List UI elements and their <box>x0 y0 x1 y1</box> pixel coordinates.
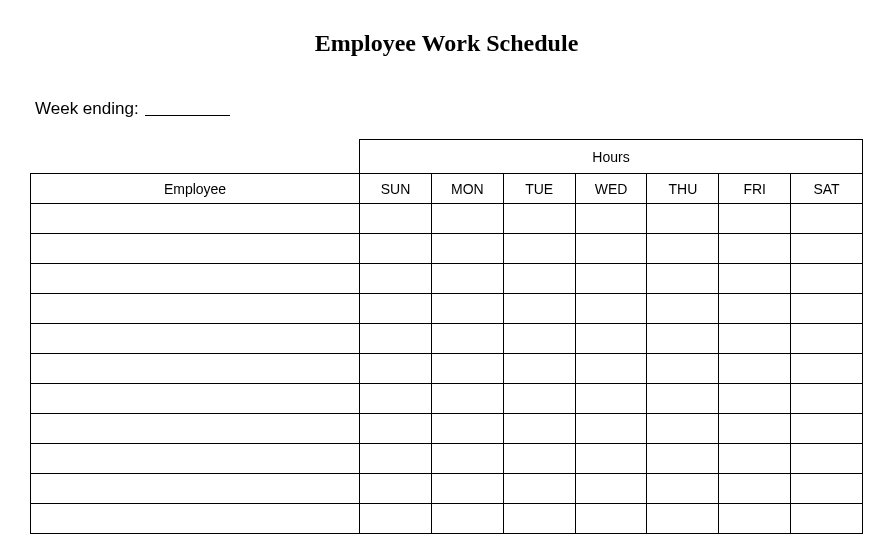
hours-cell[interactable] <box>503 384 575 414</box>
hours-cell[interactable] <box>575 324 647 354</box>
hours-cell[interactable] <box>503 234 575 264</box>
schedule-table: Hours Employee SUN MON TUE WED THU FRI S… <box>30 139 863 534</box>
table-row <box>31 204 863 234</box>
employee-cell[interactable] <box>31 504 360 534</box>
hours-cell[interactable] <box>360 384 432 414</box>
hours-cell[interactable] <box>431 354 503 384</box>
hours-cell[interactable] <box>791 444 863 474</box>
hours-cell[interactable] <box>431 204 503 234</box>
hours-cell[interactable] <box>431 444 503 474</box>
hours-cell[interactable] <box>503 354 575 384</box>
hours-cell[interactable] <box>647 414 719 444</box>
hours-cell[interactable] <box>575 444 647 474</box>
hours-cell[interactable] <box>791 384 863 414</box>
day-header-sun: SUN <box>360 174 432 204</box>
hours-cell[interactable] <box>575 204 647 234</box>
hours-cell[interactable] <box>791 204 863 234</box>
hours-cell[interactable] <box>431 324 503 354</box>
hours-cell[interactable] <box>360 444 432 474</box>
hours-cell[interactable] <box>791 264 863 294</box>
hours-cell[interactable] <box>647 324 719 354</box>
employee-cell[interactable] <box>31 264 360 294</box>
hours-cell[interactable] <box>575 264 647 294</box>
hours-cell[interactable] <box>431 234 503 264</box>
hours-cell[interactable] <box>360 204 432 234</box>
employee-cell[interactable] <box>31 324 360 354</box>
hours-cell[interactable] <box>791 324 863 354</box>
week-ending-line: Week ending: <box>35 97 863 119</box>
hours-cell[interactable] <box>647 504 719 534</box>
hours-cell[interactable] <box>503 414 575 444</box>
hours-cell[interactable] <box>647 234 719 264</box>
hours-cell[interactable] <box>360 354 432 384</box>
hours-cell[interactable] <box>575 354 647 384</box>
employee-cell[interactable] <box>31 384 360 414</box>
hours-cell[interactable] <box>503 294 575 324</box>
hours-cell[interactable] <box>575 504 647 534</box>
hours-cell[interactable] <box>647 354 719 384</box>
hours-cell[interactable] <box>431 384 503 414</box>
hours-cell[interactable] <box>719 504 791 534</box>
hours-cell[interactable] <box>431 264 503 294</box>
hours-cell[interactable] <box>719 414 791 444</box>
hours-cell[interactable] <box>575 414 647 444</box>
hours-cell[interactable] <box>791 414 863 444</box>
week-ending-value[interactable] <box>145 99 230 116</box>
employee-cell[interactable] <box>31 294 360 324</box>
employee-cell[interactable] <box>31 474 360 504</box>
blank-corner <box>31 140 360 174</box>
employee-cell[interactable] <box>31 444 360 474</box>
hours-cell[interactable] <box>719 444 791 474</box>
week-ending-label: Week ending: <box>35 99 139 118</box>
hours-cell[interactable] <box>575 384 647 414</box>
hours-cell[interactable] <box>575 234 647 264</box>
hours-cell[interactable] <box>503 504 575 534</box>
hours-cell[interactable] <box>431 504 503 534</box>
hours-cell[interactable] <box>431 474 503 504</box>
hours-cell[interactable] <box>503 444 575 474</box>
hours-cell[interactable] <box>719 264 791 294</box>
hours-cell[interactable] <box>575 474 647 504</box>
table-row <box>31 294 863 324</box>
hours-cell[interactable] <box>360 294 432 324</box>
hours-cell[interactable] <box>360 324 432 354</box>
hours-cell[interactable] <box>647 384 719 414</box>
day-header-tue: TUE <box>503 174 575 204</box>
hours-cell[interactable] <box>503 324 575 354</box>
employee-cell[interactable] <box>31 354 360 384</box>
hours-cell[interactable] <box>431 414 503 444</box>
hours-cell[interactable] <box>791 354 863 384</box>
hours-cell[interactable] <box>719 354 791 384</box>
hours-cell[interactable] <box>647 444 719 474</box>
hours-cell[interactable] <box>503 264 575 294</box>
hours-cell[interactable] <box>360 474 432 504</box>
hours-cell[interactable] <box>719 474 791 504</box>
hours-cell[interactable] <box>791 474 863 504</box>
table-row <box>31 234 863 264</box>
hours-cell[interactable] <box>360 414 432 444</box>
hours-cell[interactable] <box>719 294 791 324</box>
hours-cell[interactable] <box>647 294 719 324</box>
hours-cell[interactable] <box>791 504 863 534</box>
hours-cell[interactable] <box>791 294 863 324</box>
hours-cell[interactable] <box>503 474 575 504</box>
hours-cell[interactable] <box>503 204 575 234</box>
day-header-sat: SAT <box>791 174 863 204</box>
hours-cell[interactable] <box>719 324 791 354</box>
employee-cell[interactable] <box>31 414 360 444</box>
hours-cell[interactable] <box>431 294 503 324</box>
hours-cell[interactable] <box>360 504 432 534</box>
hours-cell[interactable] <box>719 204 791 234</box>
hours-cell[interactable] <box>575 294 647 324</box>
employee-cell[interactable] <box>31 234 360 264</box>
hours-cell[interactable] <box>647 204 719 234</box>
hours-cell[interactable] <box>360 234 432 264</box>
hours-cell[interactable] <box>360 264 432 294</box>
hours-cell[interactable] <box>647 264 719 294</box>
hours-cell[interactable] <box>719 384 791 414</box>
employee-cell[interactable] <box>31 204 360 234</box>
hours-cell[interactable] <box>719 234 791 264</box>
hours-cell[interactable] <box>647 474 719 504</box>
hours-cell[interactable] <box>791 234 863 264</box>
table-row <box>31 354 863 384</box>
